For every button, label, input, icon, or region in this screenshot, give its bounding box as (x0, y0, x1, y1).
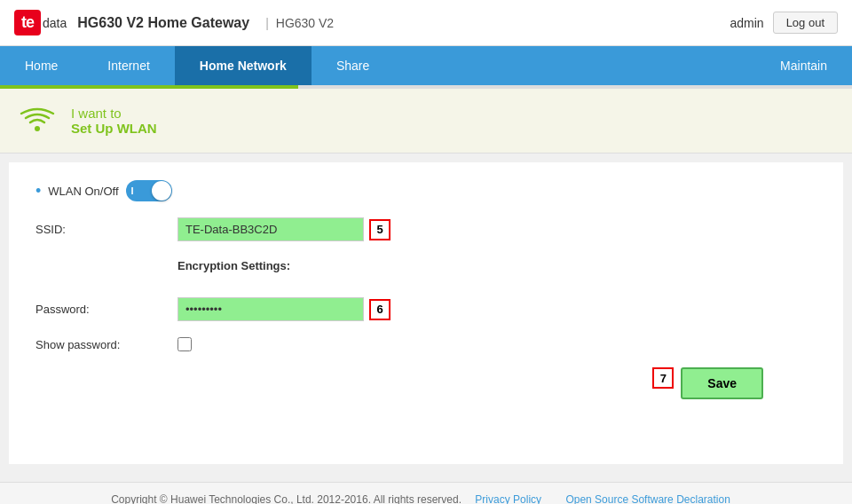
ssid-row: SSID: 5 (36, 217, 816, 241)
wlan-bullet: • (36, 182, 41, 201)
wlan-toggle-label: WLAN On/Off (48, 185, 118, 198)
ssid-label: SSID: (36, 223, 178, 236)
admin-label: admin (730, 16, 763, 30)
nav-maintain[interactable]: Maintain (755, 46, 852, 85)
section-text: I want to Set Up WLAN (71, 106, 157, 136)
logo-icon: te (14, 10, 41, 35)
password-input-wrap: 6 (178, 297, 390, 321)
section-header: I want to Set Up WLAN (0, 89, 852, 154)
encryption-row: Encryption Settings: (36, 257, 816, 285)
wifi-icon (18, 101, 57, 140)
show-password-label: Show password: (36, 338, 178, 351)
wlan-toggle-container: • WLAN On/Off I (36, 180, 172, 201)
password-badge: 6 (369, 299, 390, 320)
open-source-link[interactable]: Open Source Software Declaration (565, 493, 730, 504)
show-password-row: Show password: (36, 337, 816, 351)
password-input[interactable] (178, 297, 364, 321)
save-row: 7 Save (36, 367, 816, 399)
main-content: • WLAN On/Off I SSID: 5 Encryption Setti… (9, 162, 843, 464)
set-up-wlan-text: Set Up WLAN (71, 121, 157, 136)
header-subtitle: HG630 V2 (276, 16, 334, 30)
ssid-input[interactable] (178, 217, 364, 241)
i-want-text: I want to (71, 106, 157, 121)
show-password-checkbox[interactable] (178, 337, 192, 351)
ssid-badge: 5 (369, 219, 390, 240)
header-title: HG630 V2 Home Gateway (77, 15, 249, 31)
nav-home[interactable]: Home (0, 46, 83, 85)
toggle-thumb (152, 181, 171, 201)
footer: Copyright © Huawei Technologies Co., Ltd… (0, 482, 852, 504)
logo-data-text: data (43, 16, 67, 30)
password-label: Password: (36, 303, 178, 316)
header-divider: | (265, 16, 269, 30)
toggle-on-label: I (131, 185, 134, 196)
save-badge: 7 (652, 367, 674, 389)
encryption-label: Encryption Settings: (178, 259, 290, 272)
header-right: admin Log out (730, 12, 838, 34)
privacy-policy-link[interactable]: Privacy Policy (475, 493, 541, 504)
nav-internet[interactable]: Internet (83, 46, 174, 85)
nav-share[interactable]: Share (312, 46, 394, 85)
wlan-toggle-row: • WLAN On/Off I (36, 180, 816, 201)
nav-home-network[interactable]: Home Network (175, 46, 312, 85)
ssid-input-wrap: 5 (178, 217, 390, 241)
save-button[interactable]: Save (681, 367, 763, 399)
svg-point-0 (35, 126, 40, 131)
header: te data HG630 V2 Home Gateway | HG630 V2… (0, 0, 852, 46)
nav-spacer (394, 46, 755, 85)
main-nav: Home Internet Home Network Share Maintai… (0, 46, 852, 85)
logo: te data (14, 10, 67, 35)
logout-button[interactable]: Log out (773, 12, 838, 34)
footer-copyright: Copyright © Huawei Technologies Co., Ltd… (111, 493, 462, 504)
password-row: Password: 6 (36, 297, 816, 321)
wlan-toggle-switch[interactable]: I (126, 180, 172, 201)
